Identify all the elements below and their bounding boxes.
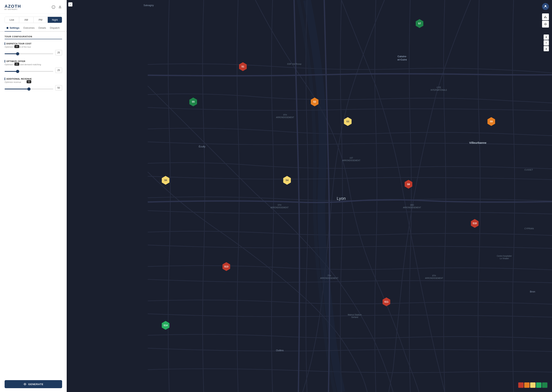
tab-pm[interactable]: PM xyxy=(34,17,48,23)
slider-tooltip-optimize: 25 xyxy=(14,63,19,66)
slider-tooltip-revenue: 50 xyxy=(27,80,31,83)
logo: AZOTH BY ENTROPY xyxy=(5,4,21,10)
slider-row-optimize: 25 25 xyxy=(5,68,62,73)
slider-desc-optimize: Optimize supply and demand matching xyxy=(5,63,62,66)
slider-value-dispatch: 25 xyxy=(55,50,62,55)
sidebar-header: AZOTH BY ENTROPY i xyxy=(0,0,67,14)
time-tabs: Live AM PM Night xyxy=(5,17,62,23)
slider-row-dispatch: 25 25 xyxy=(5,50,62,55)
slider-input-optimize[interactable] xyxy=(5,71,53,72)
close-button[interactable]: × xyxy=(68,2,73,7)
slider-label-revenue: ADDITIONAL REVENUE xyxy=(5,77,62,80)
nav-tabs: Settings Outcomes Details Dispatch xyxy=(0,25,67,32)
logo-subtitle: BY ENTROPY xyxy=(5,8,18,10)
slider-wrapper-revenue: 50 xyxy=(5,85,53,90)
tab-live[interactable]: Live xyxy=(5,17,19,23)
tab-night[interactable]: Night xyxy=(48,17,62,23)
settings-dot xyxy=(7,27,8,29)
export-icon[interactable] xyxy=(58,5,62,9)
slider-label-dispatch: DISPATCH TOUR COST xyxy=(5,42,62,45)
tab-outcomes[interactable]: Outcomes xyxy=(21,25,36,31)
tab-dispatch[interactable]: Dispatch xyxy=(48,25,62,31)
slider-wrapper-dispatch: 25 xyxy=(5,50,53,55)
info-icon[interactable]: i xyxy=(51,5,56,9)
slider-row-revenue: 50 50 xyxy=(5,85,62,91)
slider-tooltip-dispatch: 25 xyxy=(14,45,19,48)
slider-optimize-offer: OPTIMIZE OFFER Optimize supply and deman… xyxy=(5,60,62,73)
slider-wrapper-optimize: 25 xyxy=(5,68,53,73)
header-icons: i xyxy=(51,5,62,9)
tab-details[interactable]: Details xyxy=(36,25,48,31)
tab-am[interactable]: AM xyxy=(19,17,34,23)
slider-desc-revenue: Optimize revenue xyxy=(5,81,62,83)
slider-input-dispatch[interactable] xyxy=(5,53,53,54)
marker-s1[interactable]: S1 xyxy=(239,62,247,71)
svg-rect-3 xyxy=(59,8,61,8)
slider-dispatch-tour-cost: DISPATCH TOUR COST Optimize the cost of … xyxy=(5,42,62,55)
tab-settings[interactable]: Settings xyxy=(5,25,21,31)
tour-config-title: TOUR CONFIGURATION xyxy=(5,35,62,39)
sidebar: AZOTH BY ENTROPY i Live AM PM Night xyxy=(0,0,67,175)
slider-additional-revenue: ADDITIONAL REVENUE Optimize revenue 50 5… xyxy=(5,77,62,91)
marker-s5[interactable]: S5 xyxy=(189,98,198,106)
slider-label-optimize: OPTIMIZE OFFER xyxy=(5,60,62,63)
slider-value-optimize: 25 xyxy=(55,68,62,73)
slider-input-revenue[interactable] xyxy=(5,89,53,89)
slider-desc-dispatch: Optimize the cost of the tour xyxy=(5,46,62,48)
svg-text:i: i xyxy=(53,6,54,8)
slider-value-revenue: 50 xyxy=(55,85,62,91)
logo-title: AZOTH xyxy=(5,4,21,9)
sidebar-content: TOUR CONFIGURATION DISPATCH TOUR COST Op… xyxy=(0,32,67,175)
